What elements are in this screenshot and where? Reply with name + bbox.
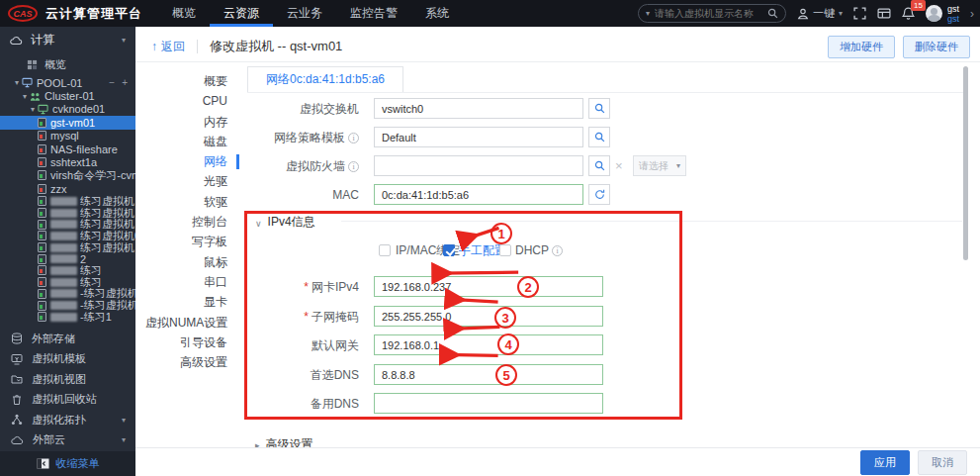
nav-item-system[interactable]: 系统 [411, 0, 463, 27]
menu-item-network[interactable]: 网络 [145, 151, 239, 171]
secondary-dns-input[interactable] [374, 393, 603, 414]
info-icon [348, 133, 359, 143]
pool-caret-icon[interactable] [12, 78, 22, 87]
nav-expand-chevron-icon[interactable] [970, 7, 974, 21]
sidebar-item-vm-templates[interactable]: 虚拟机模板 [0, 349, 135, 370]
avatar [926, 5, 942, 22]
nav-item-cloud-resources[interactable]: 云资源 [210, 0, 273, 27]
collapse-menu-button[interactable]: 收缩菜单 [0, 451, 135, 476]
console-panel-icon[interactable] [877, 7, 891, 20]
external-cloud-icon [11, 434, 24, 445]
collapse-all-icon[interactable] [109, 77, 115, 88]
add-hardware-button[interactable]: 增加硬件 [828, 36, 895, 58]
tree-node-vm-redacted[interactable]: 练习虚拟机 [0, 241, 135, 253]
dhcp-checkbox[interactable] [499, 244, 511, 256]
select-caret-icon [676, 161, 680, 170]
back-button[interactable]: 返回 [151, 39, 185, 55]
menu-item-floppy[interactable]: 软驱 [145, 192, 239, 212]
tree-node-vm[interactable]: NAS-fileshare [0, 143, 135, 155]
delete-hardware-button[interactable]: 删除硬件 [903, 36, 970, 58]
sidebar-item-external-storage[interactable]: 外部存储 [0, 329, 135, 349]
notification-count-badge: 15 [911, 0, 926, 11]
tree-node-cluster[interactable]: Cluster-01 [0, 89, 135, 102]
quick-actions-menu[interactable]: 一键 [797, 6, 843, 21]
policy-search-button[interactable] [588, 127, 610, 147]
cancel-button[interactable]: 取消 [918, 450, 967, 475]
sidebar-section-compute[interactable]: 计算 [0, 27, 135, 53]
subnet-mask-input[interactable] [374, 306, 603, 327]
host-icon [38, 104, 48, 115]
firewall-select[interactable]: 请选择 [633, 155, 686, 176]
vswitch-input[interactable] [374, 98, 583, 119]
tab-network-adapter[interactable]: 网络0c:da:41:1d:b5:a6 [247, 66, 403, 92]
fullscreen-icon[interactable] [853, 7, 866, 20]
vm-settings-menu: 概要 CPU 内存 磁盘 网络 光驱 软驱 控制台 写字板 鼠标 串口 显卡 虚… [145, 71, 239, 372]
tree-node-vm-redacted[interactable]: -练习虚拟机 [0, 300, 135, 312]
menu-item-cpu[interactable]: CPU [145, 91, 239, 111]
apply-button[interactable]: 应用 [860, 450, 910, 475]
sidebar-item-vm-recycle-bin[interactable]: 虚拟机回收站 [0, 390, 135, 411]
manual-config-checkbox[interactable] [443, 244, 455, 256]
menu-item-boot-device[interactable]: 引导设备 [145, 333, 239, 352]
quick-actions-caret-icon [839, 9, 843, 18]
menu-item-disk[interactable]: 磁盘 [145, 132, 239, 151]
host-caret-icon[interactable] [28, 105, 38, 114]
user-menu[interactable]: gst gst [926, 4, 959, 24]
vswitch-search-button[interactable] [588, 98, 610, 119]
sidebar-item-vm-views[interactable]: 虚拟机视图 [0, 369, 135, 390]
item-label: 外部云 [33, 432, 65, 447]
mac-regenerate-button[interactable] [588, 184, 610, 205]
menu-item-mouse[interactable]: 鼠标 [145, 252, 239, 272]
menu-item-numa[interactable]: 虚拟NUMA设置 [145, 313, 239, 333]
tree-node-vm-redacted[interactable]: 练习 [0, 265, 135, 277]
ipv4-address-input[interactable] [374, 276, 603, 297]
nav-item-overview[interactable]: 概览 [158, 0, 210, 27]
tree-node-vm-redacted[interactable]: 2 [0, 253, 135, 265]
firewall-clear-icon[interactable] [615, 158, 623, 173]
ipmac-bind-checkbox[interactable] [379, 244, 391, 256]
vm-search-box[interactable] [638, 4, 786, 23]
menu-item-console[interactable]: 控制台 [145, 212, 239, 232]
notifications-bell[interactable]: 15 [902, 7, 915, 21]
sidebar: 计算 概览 POOL-01 Cluster-01 cvknode01 [0, 27, 135, 476]
menu-item-serial[interactable]: 串口 [145, 272, 239, 292]
refresh-icon [594, 189, 605, 200]
search-input[interactable] [655, 8, 762, 19]
ipv4-section-header[interactable]: IPv4信息 [255, 214, 315, 231]
sidebar-item-virtualization-topology[interactable]: 虚拟化拓扑 [0, 410, 135, 430]
menu-item-summary[interactable]: 概要 [145, 71, 239, 91]
mac-input[interactable] [374, 184, 583, 205]
tree-node-pool[interactable]: POOL-01 [0, 76, 135, 89]
gateway-input[interactable] [374, 334, 603, 355]
firewall-input[interactable] [374, 155, 583, 176]
search-icon[interactable] [767, 8, 778, 19]
firewall-search-button[interactable] [588, 155, 610, 176]
policy-input[interactable] [374, 127, 583, 147]
sidebar-item-external-cloud[interactable]: 外部云 [0, 430, 135, 451]
cluster-caret-icon[interactable] [20, 92, 30, 101]
tree-node-vm[interactable]: virsh命令学习-cvm环境 [0, 169, 135, 182]
tree-node-vm-redacted[interactable]: -练习1 [0, 311, 135, 323]
menu-item-cdrom[interactable]: 光驱 [145, 171, 239, 191]
vertical-scrollbar[interactable] [963, 66, 968, 260]
expand-caret-icon[interactable] [122, 416, 126, 425]
app-window: CAS 云计算管理平台 概览 云资源 云业务 监控告警 系统 一键 [0, 0, 980, 476]
expand-caret-icon[interactable] [122, 435, 126, 444]
tree-node-vm-selected[interactable]: gst-vm01 [0, 116, 135, 129]
nav-item-cloud-business[interactable]: 云业务 [273, 0, 336, 27]
search-scope-caret-icon[interactable] [646, 9, 650, 18]
sidebar-item-overview[interactable]: 概览 [0, 53, 135, 76]
menu-item-advanced[interactable]: 高级设置 [145, 352, 239, 372]
menu-item-gpu[interactable]: 显卡 [145, 292, 239, 312]
dhcp-label[interactable]: DHCP [515, 244, 563, 257]
tree-node-vm[interactable]: sshtext1a [0, 155, 135, 168]
section-caret-icon[interactable] [122, 36, 126, 45]
menu-item-memory[interactable]: 内存 [145, 112, 239, 132]
menu-item-tablet[interactable]: 写字板 [145, 232, 239, 251]
tree-node-host[interactable]: cvknode01 [0, 103, 135, 116]
primary-dns-input[interactable] [374, 364, 603, 385]
gateway-label: 默认网关 [247, 334, 359, 356]
nav-item-monitor-alerts[interactable]: 监控告警 [336, 0, 411, 27]
tree-node-vm[interactable]: mysql [0, 130, 135, 143]
expand-all-icon[interactable] [122, 77, 128, 88]
